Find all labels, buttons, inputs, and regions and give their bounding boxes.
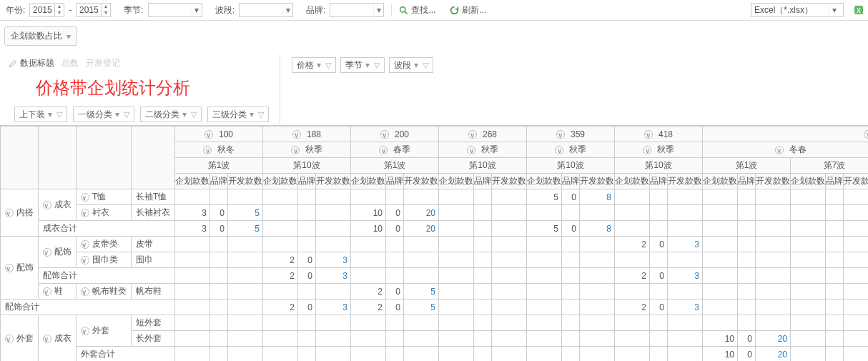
table-row: 配饰合计 203 205 203	[1, 300, 869, 315]
table-row: ∨内搭 ∨成衣 ∨T恤 长袖T恤 508	[1, 189, 869, 205]
chevron-down-icon: ▾	[365, 60, 370, 70]
tab-bar: 企划款数占比 ▾	[0, 21, 868, 46]
svg-line-1	[405, 11, 408, 14]
collapse-icon[interactable]: ∨	[468, 130, 477, 139]
chevron-down-icon: ▾	[48, 109, 52, 119]
collapse-icon[interactable]: ∨	[292, 130, 301, 139]
export-format-combo[interactable]: ▾	[751, 3, 844, 17]
year-dash: -	[67, 5, 73, 15]
chevron-down-icon[interactable]: ▾	[66, 31, 71, 41]
collapse-icon[interactable]: ∨	[81, 193, 89, 202]
collapse-icon[interactable]: ∨	[81, 287, 89, 296]
brand-combo[interactable]: ▾	[330, 3, 384, 17]
collapse-icon[interactable]: ∨	[5, 209, 14, 217]
collapse-icon[interactable]: ∨	[644, 130, 653, 139]
row-dimension-filters: 上下装▾▽ 一级分类▾▽ 二级分类▾▽ 三级分类▾▽	[7, 104, 280, 125]
filter-updown[interactable]: 上下装▾▽	[14, 107, 67, 122]
collapse-icon[interactable]: ∨	[555, 146, 563, 154]
chevron-down-icon: ▾	[317, 60, 321, 70]
column-dimension-filters: 价格▾▽ 季节▾▽ 波段▾▽	[287, 54, 438, 74]
chevron-down-icon: ▾	[414, 60, 418, 70]
wave-combo[interactable]: ▾	[239, 3, 293, 17]
funnel-icon: ▽	[258, 110, 264, 119]
section-header-row: 数据标题 总数 开发登记 价格带企划统计分析 上下装▾▽ 一级分类▾▽ 二级分类…	[0, 50, 868, 125]
pivot-table: ∨100 ∨188 ∨200 ∨268 ∨359 ∨418 ∨500 500合计…	[0, 125, 868, 361]
funnel-icon: ▽	[374, 61, 380, 70]
svg-text:x: x	[857, 5, 861, 15]
year-to-spinner[interactable]: ▴▾	[76, 3, 111, 17]
spin-down-icon[interactable]: ▾	[102, 10, 110, 16]
funnel-icon: ▽	[56, 110, 62, 119]
chevron-down-icon: ▾	[182, 109, 187, 119]
collapse-icon[interactable]: ∨	[81, 240, 89, 249]
collapse-icon[interactable]: ∨	[467, 146, 475, 154]
collapse-icon[interactable]: ∨	[81, 209, 89, 217]
top-toolbar: 年份: ▴▾ - ▴▾ 季节: ▾ 波段: ▾ 品牌: ▾ 查找... 刷新..…	[0, 0, 868, 21]
filter-cat2[interactable]: 二级分类▾▽	[140, 107, 202, 122]
collapse-icon[interactable]: ∨	[81, 256, 89, 264]
filter-cat3[interactable]: 三级分类▾▽	[207, 107, 269, 122]
table-row: ∨外套 ∨成衣 ∨外套 短外套	[1, 315, 869, 331]
collapse-icon[interactable]: ∨	[864, 130, 868, 139]
ghost-dev: 开发登记	[86, 57, 120, 69]
collapse-icon[interactable]: ∨	[43, 248, 51, 257]
funnel-icon: ▽	[325, 61, 331, 70]
chevron-down-icon[interactable]: ▾	[829, 5, 839, 15]
export-excel-icon[interactable]: x	[854, 5, 864, 15]
collapse-icon[interactable]: ∨	[379, 146, 388, 154]
year-from-spinner[interactable]: ▴▾	[29, 3, 64, 17]
search-link[interactable]: 查找...	[399, 4, 435, 16]
year-to-input[interactable]	[77, 5, 101, 15]
collapse-icon[interactable]: ∨	[556, 130, 565, 139]
table-row: ∨鞋 ∨帆布鞋类 帆布鞋 205	[1, 284, 869, 300]
search-icon	[399, 6, 408, 15]
refresh-icon	[450, 6, 459, 15]
table-row: 外套合计 10020 10020 10020	[1, 347, 869, 362]
season-label: 季节:	[122, 4, 144, 16]
filter-wave[interactable]: 波段▾▽	[389, 57, 433, 73]
table-row: 配饰合计 203 203	[1, 268, 869, 284]
collapse-icon[interactable]: ∨	[43, 287, 51, 296]
chevron-down-icon: ▾	[115, 109, 119, 119]
year-label: 年份:	[4, 4, 26, 16]
collapse-icon[interactable]: ∨	[291, 146, 300, 154]
ghost-total: 总数	[61, 57, 79, 69]
collapse-icon[interactable]: ∨	[5, 264, 14, 272]
funnel-icon: ▽	[423, 61, 428, 70]
pivot-grid[interactable]: ∨100 ∨188 ∨200 ∨268 ∨359 ∨418 ∨500 500合计…	[0, 126, 868, 361]
data-title-header[interactable]: 数据标题	[9, 57, 54, 69]
table-row: ∨衬衣 长袖衬衣 305 10020	[1, 205, 869, 221]
pencil-icon	[9, 59, 17, 68]
brand-label: 品牌:	[305, 4, 327, 16]
filter-price[interactable]: 价格▾▽	[292, 57, 336, 73]
collapse-icon[interactable]: ∨	[43, 335, 51, 343]
wave-label: 波段:	[214, 4, 236, 16]
funnel-icon: ▽	[191, 110, 197, 119]
tab-plan-ratio[interactable]: 企划款数占比 ▾	[4, 26, 77, 46]
collapse-icon[interactable]: ∨	[203, 146, 212, 154]
table-row: 长外套 10020 10020 10020	[1, 331, 869, 347]
refresh-link[interactable]: 刷新...	[450, 4, 486, 16]
collapse-icon[interactable]: ∨	[775, 146, 784, 154]
page-title: 价格带企划统计分析	[7, 72, 280, 104]
chevron-down-icon: ▾	[250, 109, 254, 119]
table-row: 成衣合计 305 10020 508	[1, 221, 869, 237]
funnel-icon: ▽	[124, 110, 129, 119]
header-price-row: ∨100 ∨188 ∨200 ∨268 ∨359 ∨418 ∨500 500合计	[1, 127, 869, 142]
season-combo[interactable]: ▾	[148, 3, 202, 17]
chevron-down-icon[interactable]: ▾	[192, 5, 202, 15]
collapse-icon[interactable]: ∨	[643, 146, 651, 154]
collapse-icon[interactable]: ∨	[204, 130, 213, 139]
chevron-down-icon[interactable]: ▾	[373, 5, 383, 15]
collapse-icon[interactable]: ∨	[380, 130, 389, 139]
chevron-down-icon[interactable]: ▾	[282, 5, 292, 15]
spin-down-icon[interactable]: ▾	[55, 10, 64, 16]
year-from-input[interactable]	[30, 5, 54, 15]
collapse-icon[interactable]: ∨	[81, 327, 89, 335]
table-row: ∨配饰 ∨配饰 ∨皮带类 皮带 203	[1, 237, 869, 252]
filter-season[interactable]: 季节▾▽	[340, 57, 385, 73]
collapse-icon[interactable]: ∨	[5, 335, 14, 343]
svg-point-0	[400, 6, 405, 11]
collapse-icon[interactable]: ∨	[43, 201, 51, 209]
filter-cat1[interactable]: 一级分类▾▽	[73, 107, 134, 122]
